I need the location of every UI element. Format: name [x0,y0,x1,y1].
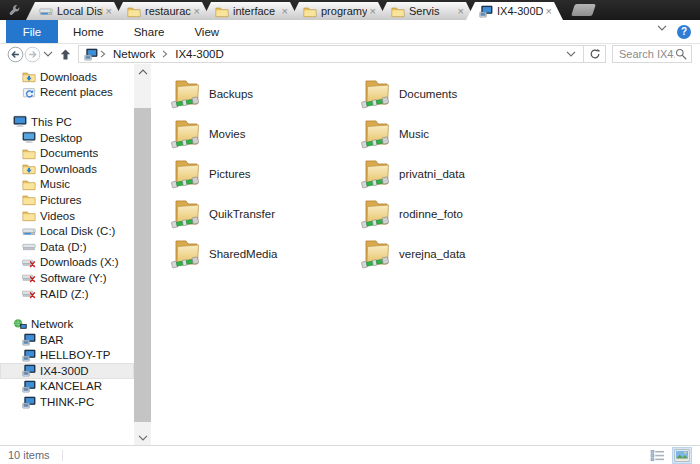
tab-close-icon[interactable]: × [282,6,288,16]
sidebar-item-hellboy-tp[interactable]: HELLBOY-TP [0,348,134,364]
sidebar-item-label: Software (Y:) [40,272,106,284]
search-box[interactable]: Search IX4... [612,45,692,63]
sidebar-item-software-y-[interactable]: Software (Y:) [0,270,134,286]
expand-ribbon-button[interactable] [657,25,668,38]
sidebar-item-kancelar[interactable]: KANCELAR [0,379,134,395]
folder-quiktransfer[interactable]: QuikTransfer [170,194,360,234]
new-tab-button[interactable] [571,4,596,16]
folder-music[interactable]: Music [360,114,550,154]
help-icon[interactable]: ? [677,25,691,39]
sidebar-item-think-pc[interactable]: THINK-PC [0,394,134,410]
folder-rodinne-foto[interactable]: rodinne_foto [360,194,550,234]
location-icon [84,48,98,61]
tab-interface[interactable]: interface× [202,2,299,20]
network-icon [13,318,27,331]
network-pc-icon [479,5,493,18]
tab-strip: Local Disk (C:)×restaurace u St×interfac… [26,0,563,20]
disconnected-drive-icon [22,287,36,300]
forward-button[interactable] [24,46,41,63]
breadcrumb-network[interactable]: Network [108,48,160,60]
scrollbar-thumb[interactable] [134,108,151,422]
sidebar-item-label: IX4-300D [40,365,89,377]
explorer-window: Local Disk (C:)×restaurace u St×interfac… [0,0,700,464]
ribbon-tab-view[interactable]: View [179,20,234,43]
tab-close-icon[interactable]: × [106,6,112,16]
folder-movies[interactable]: Movies [170,114,360,154]
sidebar-item-network[interactable]: Network [0,316,134,332]
folder-name: Backups [209,88,253,100]
folder-documents[interactable]: Documents [360,74,550,114]
sidebar-item-bar[interactable]: BAR [0,332,134,348]
sidebar-scrollbar[interactable] [134,64,151,445]
sidebar-item-this-pc[interactable]: This PC [0,114,134,130]
ribbon-menu-bar: File HomeShareView ? [0,20,700,44]
tab-local-disk-c-[interactable]: Local Disk (C:)× [26,2,123,20]
sidebar-item-music[interactable]: Music [0,177,134,193]
tab-close-icon[interactable]: × [546,6,552,16]
tab-ix4-300d[interactable]: IX4-300D× [466,2,563,20]
sidebar-item-ix4-300d[interactable]: IX4-300D [0,363,134,379]
sidebar-item-documents[interactable]: Documents [0,145,134,161]
sidebar-item-label: RAID (Z:) [40,288,89,300]
sidebar-item-label: THINK-PC [40,396,94,408]
thumbnails-view-button[interactable] [672,447,692,464]
sidebar-item-desktop[interactable]: Desktop [0,130,134,146]
items-count: 10 items [8,449,50,461]
folder-name: rodinne_foto [399,208,463,220]
tab-close-icon[interactable]: × [194,6,200,16]
shared-folder-icon [170,78,204,111]
shared-folder-icon [360,78,394,111]
sidebar-item-label: Network [31,318,73,330]
sidebar-item-local-disk-c-[interactable]: Local Disk (C:) [0,223,134,239]
folder-backups[interactable]: Backups [170,74,360,114]
sidebar-item-pictures[interactable]: Pictures [0,192,134,208]
details-view-button[interactable] [647,447,667,464]
tab-servis[interactable]: Servis× [378,2,475,20]
sidebar-item-downloads-x-[interactable]: Downloads (X:) [0,255,134,271]
folder-privatni-data[interactable]: privatni_data [360,154,550,194]
crumb-sep-icon [98,50,108,58]
ribbon-tab-home[interactable]: Home [58,20,119,43]
folder-verejna-data[interactable]: verejna_data [360,234,550,274]
sidebar-item-label: Data (D:) [40,241,87,253]
shared-folder-icon [360,238,394,271]
address-bar[interactable]: NetworkIX4-300D [78,45,584,63]
downloads-folder-icon [22,162,36,175]
folder-name: verejna_data [399,248,466,260]
file-menu-button[interactable]: File [6,20,58,43]
refresh-icon [589,48,601,60]
network-pc-icon [22,396,36,409]
tab-restaurace-u-st[interactable]: restaurace u St× [114,2,211,20]
folder-icon [22,193,36,206]
scrollbar-down-icon[interactable] [134,430,151,445]
sidebar-item-recent-places[interactable]: Recent places [0,85,134,101]
sidebar-item-label: Music [40,178,70,190]
address-dropdown-button[interactable] [561,51,581,57]
shared-folder-icon [360,118,394,151]
search-placeholder: Search IX4... [619,48,675,60]
folder-name: Pictures [209,168,251,180]
sidebar-item-data-d-[interactable]: Data (D:) [0,239,134,255]
folder-name: QuikTransfer [209,208,275,220]
folder-icon [391,5,405,18]
sidebar-item-downloads[interactable]: Downloads [0,161,134,177]
ribbon-tab-share[interactable]: Share [119,20,180,43]
sidebar-item-raid-z-[interactable]: RAID (Z:) [0,286,134,302]
back-button[interactable] [7,46,24,63]
folder-pictures[interactable]: Pictures [170,154,360,194]
up-button[interactable] [59,48,72,61]
tab-tools-button[interactable] [4,1,26,19]
sidebar-item-videos[interactable]: Videos [0,208,134,224]
tab-close-icon[interactable]: × [370,6,376,16]
refresh-button[interactable] [584,45,606,63]
sidebar-item-downloads[interactable]: Downloads [0,69,134,85]
history-dropdown-button[interactable] [43,51,53,57]
this-pc-icon [13,115,27,128]
status-divider [62,450,63,461]
tab-programy[interactable]: programy× [290,2,387,20]
tab-close-icon[interactable]: × [458,6,464,16]
network-pc-icon [22,349,36,362]
scrollbar-up-icon[interactable] [134,64,151,79]
folder-sharedmedia[interactable]: SharedMedia [170,234,360,274]
breadcrumb-ix4-300d[interactable]: IX4-300D [170,48,229,60]
